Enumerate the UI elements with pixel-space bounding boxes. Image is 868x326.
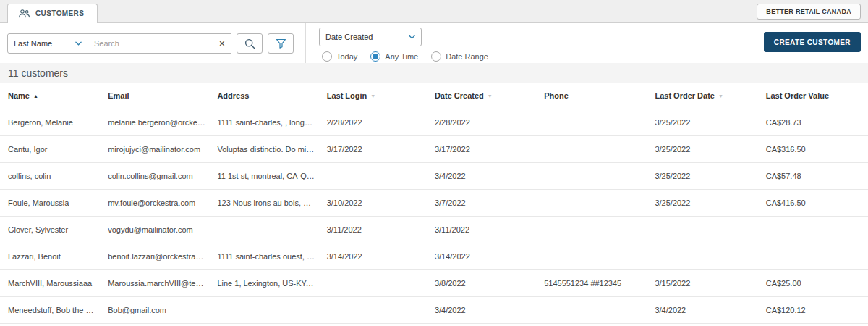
column-header-phone[interactable]: Phone — [538, 83, 649, 109]
column-header-name[interactable]: Name▲ — [0, 83, 102, 109]
sort-icon: ▼ — [488, 93, 493, 99]
table-cell: 3/25/2022 — [649, 136, 760, 163]
table-cell: Bob@gmail.com — [102, 297, 211, 324]
radio-today[interactable]: Today — [322, 51, 357, 62]
radio-input-today[interactable] — [322, 51, 332, 62]
column-header-address[interactable]: Address — [211, 83, 320, 109]
table-cell: 3/17/2022 — [429, 136, 538, 163]
column-label: Last Order Date — [655, 91, 715, 100]
table-cell: 123 Nous irons au bois, Lexington, ... — [211, 190, 320, 217]
search-box: × — [88, 33, 231, 54]
column-header-last-order-value[interactable]: Last Order Value — [760, 83, 868, 109]
table-cell: Lazzari, Benoit — [0, 243, 102, 270]
table-cell: CA$25.00 — [760, 270, 868, 297]
create-customer-button[interactable]: CREATE CUSTOMER — [764, 32, 861, 52]
date-radio-group: TodayAny TimeDate Range — [319, 51, 488, 62]
table-cell: 11 1st st, montreal, CA-QC, a1a 1a1... — [211, 163, 320, 190]
table-cell: vogydu@mailinator.com — [102, 217, 211, 243]
column-label: Last Order Value — [766, 91, 829, 100]
chevron-down-icon — [75, 41, 82, 46]
table-cell — [211, 297, 320, 324]
table-cell: Bergeron, Melanie — [0, 109, 102, 136]
table-cell: 3/14/2022 — [321, 243, 429, 270]
column-label: Name — [8, 91, 30, 100]
table-cell: 3/17/2022 — [321, 136, 429, 163]
table-cell: collins, colin — [0, 163, 102, 190]
radio-input-any-time[interactable] — [370, 51, 380, 62]
table-cell: Maroussia.marchVIII@test.com — [102, 270, 211, 297]
table-cell — [538, 136, 649, 163]
table-row[interactable]: MarchVIII, MaroussiaaaMaroussia.marchVII… — [0, 270, 868, 297]
date-filter-select[interactable]: Date Created — [319, 28, 422, 46]
date-filter-group: Date Created TodayAny TimeDate Range — [305, 23, 488, 63]
radio-any-time[interactable]: Any Time — [370, 51, 418, 62]
table-cell: MarchVIII, Maroussiaaa — [0, 270, 102, 297]
table-cell: 3/10/2022 — [321, 190, 429, 217]
table-row[interactable]: Lazzari, Benoitbenoit.lazzari@orckestra.… — [0, 243, 868, 270]
customers-icon — [18, 9, 30, 18]
search-button[interactable] — [237, 33, 263, 54]
table-cell: Meneedstuff, Bob the Shopper — [0, 297, 102, 324]
table-cell: 3/8/2022 — [429, 270, 538, 297]
table-row[interactable]: collins, colincolin.collins@gmail.com11 … — [0, 163, 868, 190]
column-label: Last Login — [327, 91, 367, 100]
table-cell — [211, 217, 320, 243]
table-cell — [538, 109, 649, 136]
top-tab-bar: CUSTOMERS BETTER RETAIL CANADA — [0, 0, 868, 23]
column-header-date-created[interactable]: Date Created▼ — [429, 83, 538, 109]
chevron-down-icon — [409, 35, 415, 39]
table-cell — [538, 217, 649, 243]
sort-icon: ▼ — [370, 93, 375, 99]
table-cell — [538, 190, 649, 217]
table-body: Bergeron, Melaniemelanie.bergeron@orckes… — [0, 109, 868, 324]
table-row[interactable]: Bergeron, Melaniemelanie.bergeron@orckes… — [0, 109, 868, 136]
table-cell: mirojujyci@mailinator.com — [102, 136, 211, 163]
search-input[interactable] — [88, 39, 213, 48]
clear-icon[interactable]: × — [213, 38, 231, 49]
search-field-select[interactable]: Last Name — [7, 33, 88, 54]
table-cell: 3/25/2022 — [649, 163, 760, 190]
filter-button[interactable] — [268, 33, 294, 54]
column-header-last-order-date[interactable]: Last Order Date▼ — [649, 83, 760, 109]
tab-customers[interactable]: CUSTOMERS — [7, 4, 98, 23]
radio-input-date-range[interactable] — [431, 51, 441, 62]
customer-count: 11 customers — [0, 63, 868, 83]
radio-label: Today — [336, 52, 357, 61]
table-cell: Voluptas distinctio. Do minima atq... — [211, 136, 320, 163]
table-cell: CA$316.50 — [760, 136, 868, 163]
table-cell: Foule, Maroussia — [0, 190, 102, 217]
table-row[interactable]: Cantu, Igormirojujyci@mailinator.comVolu… — [0, 136, 868, 163]
sort-asc-icon: ▲ — [33, 93, 38, 99]
table-row[interactable]: Glover, Sylvestervogydu@mailinator.com3/… — [0, 217, 868, 243]
column-header-email[interactable]: Email — [102, 83, 211, 109]
table-cell: 3/11/2022 — [429, 217, 538, 243]
table-cell — [649, 217, 760, 243]
search-field-value: Last Name — [14, 39, 52, 48]
column-label: Phone — [544, 91, 569, 100]
table-cell — [538, 163, 649, 190]
column-header-last-login[interactable]: Last Login▼ — [321, 83, 429, 109]
table-row[interactable]: Meneedstuff, Bob the ShopperBob@gmail.co… — [0, 297, 868, 324]
table-row[interactable]: Foule, Maroussiamv.foule@orckestra.com12… — [0, 190, 868, 217]
table-cell: 3/14/2022 — [429, 243, 538, 270]
tab-label: CUSTOMERS — [35, 9, 84, 17]
table-cell: CA$28.73 — [760, 109, 868, 136]
table-cell: benoit.lazzari@orckestra.com — [102, 243, 211, 270]
table-cell: Cantu, Igor — [0, 136, 102, 163]
table-cell: 3/25/2022 — [649, 190, 760, 217]
column-label: Address — [217, 91, 249, 100]
table-cell: 3/4/2022 — [429, 297, 538, 324]
radio-date-range[interactable]: Date Range — [431, 51, 488, 62]
radio-label: Any Time — [385, 52, 418, 61]
table-cell: mv.foule@orckestra.com — [102, 190, 211, 217]
search-icon — [244, 38, 255, 49]
table-cell — [760, 243, 868, 270]
table-cell: Line 1, Lexington, US-KY, 40512, Un... — [211, 270, 320, 297]
table-cell: CA$416.50 — [760, 190, 868, 217]
table-cell: 3/11/2022 — [321, 217, 429, 243]
org-button[interactable]: BETTER RETAIL CANADA — [757, 4, 861, 20]
table-cell — [321, 270, 429, 297]
table-cell: 3/25/2022 — [649, 109, 760, 136]
table-cell: 3/7/2022 — [429, 190, 538, 217]
search-group: Last Name × — [7, 33, 294, 54]
